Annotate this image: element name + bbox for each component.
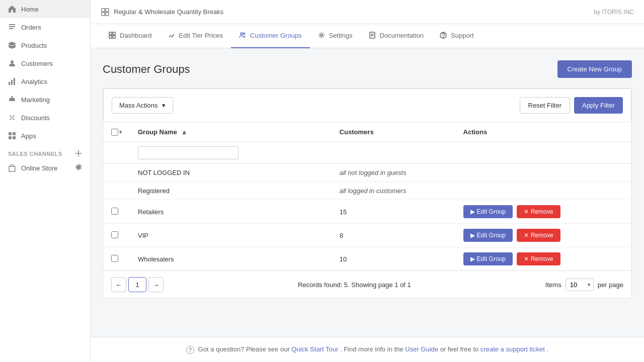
svg-rect-20 (113, 32, 115, 35)
online-store-settings-icon[interactable] (75, 164, 82, 172)
svg-rect-18 (106, 13, 109, 16)
sidebar-item-customers-label: Customers (21, 60, 53, 67)
tab-customer-groups[interactable]: Customer Groups (231, 24, 310, 48)
remove-x-icon: ✕ (524, 208, 529, 215)
sidebar-item-apps[interactable]: Apps (0, 127, 90, 145)
app-title: Regular & Wholesale Quantity Breaks (114, 8, 223, 16)
edit-arrow-icon: ▶ (470, 232, 475, 239)
select-all-dropdown-icon[interactable]: ▾ (119, 129, 122, 135)
add-sales-channel-icon[interactable] (75, 150, 82, 158)
footer: ? Got a question? Please see our Quick S… (91, 337, 644, 362)
remove-label: Remove (531, 255, 553, 262)
home-icon (8, 5, 16, 13)
remove-group-button[interactable]: ✕ Remove (517, 252, 560, 265)
remove-x-icon: ✕ (524, 255, 529, 262)
row-checkbox-cell (103, 182, 130, 200)
table-header-actions: Actions (455, 122, 631, 142)
table-row: NOT LOGGED IN all not logged in guests (103, 164, 631, 182)
row-select-checkbox[interactable] (111, 231, 118, 238)
table-row: VIP 8 ▶ Edit Group ✕ Remove (103, 224, 631, 247)
per-page-select[interactable]: 10 20 50 100 (566, 279, 594, 291)
tab-settings[interactable]: Settings (310, 24, 361, 48)
svg-rect-13 (13, 136, 16, 139)
page-title: Customer Groups (103, 63, 190, 76)
edit-group-button[interactable]: ▶ Edit Group (463, 205, 513, 218)
main-content: Regular & Wholesale Quantity Breaks by I… (91, 0, 644, 362)
mass-actions-button[interactable]: Mass Actions ▾ (112, 97, 173, 114)
sidebar-item-discounts[interactable]: Discounts (0, 109, 90, 127)
tab-edit-tier-prices[interactable]: Edit Tier Prices (160, 24, 231, 48)
row-customers: 10 (332, 247, 455, 271)
row-select-checkbox[interactable] (111, 208, 118, 215)
items-label: Items (545, 281, 561, 289)
customer-groups-table: ▾ Group Name ▲ Customers Actions (103, 122, 631, 270)
tab-edit-tier-prices-label: Edit Tier Prices (179, 32, 223, 39)
row-checkbox-cell (103, 224, 130, 247)
remove-group-button[interactable]: ✕ Remove (517, 229, 560, 242)
sidebar-item-orders[interactable]: Orders (0, 18, 90, 36)
footer-quick-start-link[interactable]: Quick Start Tour (291, 345, 338, 353)
footer-text-before-link3: or feel free to (440, 345, 480, 353)
sidebar-item-marketing-label: Marketing (21, 96, 50, 104)
apply-filter-button[interactable]: Apply Filter (574, 97, 623, 114)
svg-rect-5 (11, 80, 13, 85)
tab-customer-groups-label: Customer Groups (250, 32, 302, 39)
table-header-checkbox: ▾ (103, 122, 130, 142)
svg-rect-17 (102, 13, 105, 16)
sidebar-item-customers[interactable]: Customers (0, 54, 90, 72)
toolbar: Mass Actions ▾ Reset Filter Apply Filter (103, 88, 631, 122)
row-actions: ▶ Edit Group ✕ Remove (455, 224, 631, 247)
sidebar-item-marketing[interactable]: Marketing (0, 90, 90, 109)
row-actions (455, 164, 631, 182)
tab-support-label: Support (451, 32, 474, 39)
sidebar-item-home-label: Home (21, 6, 39, 13)
tab-dashboard[interactable]: Dashboard (101, 24, 160, 48)
row-actions: ▶ Edit Group ✕ Remove (455, 200, 631, 224)
dashboard-tab-icon (109, 32, 117, 40)
sidebar-item-analytics[interactable]: Analytics (0, 72, 90, 90)
filter-name-cell (130, 142, 332, 164)
svg-rect-21 (109, 36, 112, 38)
pagination-page-input[interactable] (128, 277, 146, 292)
edit-group-button[interactable]: ▶ Edit Group (463, 229, 513, 242)
group-name-sort-icon[interactable]: ▲ (181, 128, 188, 136)
group-name-filter-input[interactable] (138, 146, 238, 159)
svg-rect-6 (14, 78, 15, 85)
topbar: Regular & Wholesale Quantity Breaks by I… (91, 0, 644, 24)
svg-rect-1 (9, 26, 15, 27)
pagination-prev-button[interactable]: ← (111, 277, 126, 292)
tab-settings-label: Settings (329, 32, 353, 39)
table-card: Mass Actions ▾ Reset Filter Apply Filter (103, 88, 632, 299)
reset-filter-button[interactable]: Reset Filter (520, 97, 570, 114)
marketing-icon (8, 96, 16, 104)
nav-tabs: Dashboard Edit Tier Prices Customer Grou… (91, 24, 644, 48)
customer-groups-tab-icon (239, 32, 247, 40)
footer-text-end: . (546, 345, 548, 353)
create-new-group-button[interactable]: Create New Group (557, 60, 632, 78)
settings-tab-icon (318, 32, 326, 40)
edit-group-button[interactable]: ▶ Edit Group (463, 252, 513, 265)
sidebar-item-products[interactable]: Products (0, 36, 90, 54)
sidebar-item-apps-label: Apps (21, 132, 36, 140)
footer-support-ticket-link[interactable]: create a support ticket (480, 345, 545, 353)
tab-documentation[interactable]: Documentation (361, 24, 432, 48)
tab-support[interactable]: Support (432, 24, 482, 48)
table-row: Wholesalers 10 ▶ Edit Group ✕ Remove (103, 247, 631, 271)
footer-user-guide-link[interactable]: User Guide (405, 345, 438, 353)
remove-group-button[interactable]: ✕ Remove (517, 205, 560, 218)
row-group-name: Registered (130, 182, 332, 200)
row-select-checkbox[interactable] (111, 255, 118, 262)
discounts-icon (8, 114, 16, 122)
select-all-checkbox[interactable] (111, 129, 118, 136)
svg-rect-12 (9, 136, 12, 139)
row-group-name: Retailers (130, 200, 332, 224)
svg-rect-19 (109, 32, 112, 35)
sidebar-item-online-store[interactable]: Online Store (0, 160, 90, 176)
support-tab-icon (440, 32, 448, 40)
sidebar-item-products-label: Products (21, 42, 47, 49)
table-header-customers: Customers (332, 122, 455, 142)
filter-actions: Reset Filter Apply Filter (520, 97, 623, 114)
sidebar-item-home[interactable]: Home (0, 0, 90, 18)
pagination-next-button[interactable]: → (148, 277, 164, 292)
svg-point-3 (11, 60, 14, 63)
